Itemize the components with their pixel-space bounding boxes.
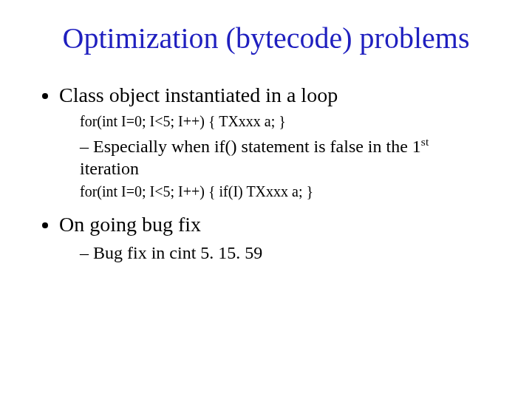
bullet-1: Class object instantiated in a loop for(…	[59, 82, 492, 201]
bullet-1-code-2: for(int I=0; I<5; I++) { if(I) TXxxx a; …	[80, 183, 492, 201]
bullet-1-sublist: for(int I=0; I<5; I++) { TXxxx a; } Espe…	[59, 112, 492, 201]
bullet-1-sub-1-prefix: Especially when if() statement is false …	[93, 137, 421, 156]
slide-title: Optimization (bytecode) problems	[40, 21, 492, 55]
bullet-1-text: Class object instantiated in a loop	[59, 83, 338, 106]
slide: Optimization (bytecode) problems Class o…	[0, 0, 532, 399]
bullet-2: On going bug fix Bug fix in cint 5. 15. …	[59, 211, 492, 264]
bullet-2-sublist: Bug fix in cint 5. 15. 59	[59, 242, 492, 264]
bullet-1-sub-1-suffix: iteration	[80, 159, 139, 178]
bullet-1-code-1: for(int I=0; I<5; I++) { TXxxx a; }	[80, 112, 492, 131]
bullet-2-sub-1: Bug fix in cint 5. 15. 59	[80, 242, 492, 264]
bullet-1-sub-1-sup: st	[421, 135, 429, 148]
bullet-2-text: On going bug fix	[59, 213, 201, 236]
bullet-list: Class object instantiated in a loop for(…	[40, 82, 492, 264]
bullet-1-sub-1: Especially when if() statement is false …	[80, 135, 492, 180]
